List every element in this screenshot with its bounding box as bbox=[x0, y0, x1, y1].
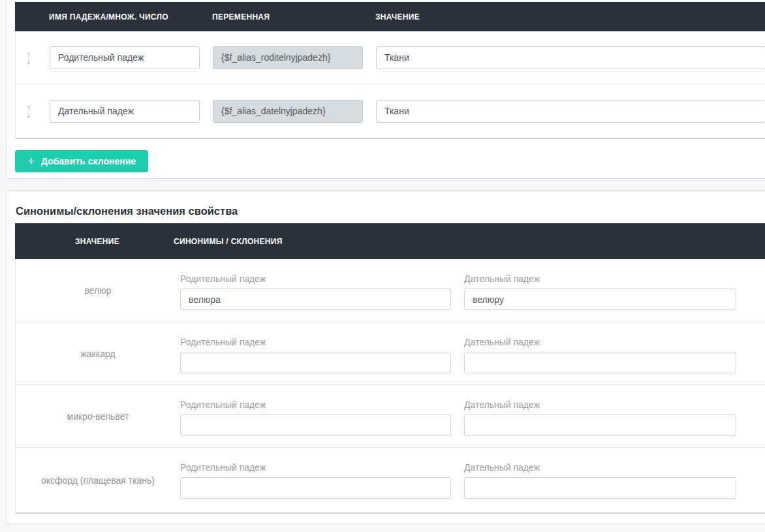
column-header-variable: ПЕРЕМЕННАЯ bbox=[212, 12, 362, 22]
arrow-down-icon: ↓ bbox=[27, 57, 31, 65]
case-input[interactable] bbox=[464, 415, 736, 436]
declensions-table-header: ИМЯ ПАДЕЖА/МНОЖ. ЧИСЛО ПЕРЕМЕННАЯ ЗНАЧЕН… bbox=[15, 2, 765, 31]
case-input[interactable] bbox=[180, 352, 451, 373]
case-field-group: Дательный падеж bbox=[464, 462, 736, 512]
synonyms-table-header: ЗНАЧЕНИЕ СИНОНИМЫ / СКЛОНЕНИЯ bbox=[15, 223, 765, 259]
case-field-group: Родительный падеж bbox=[180, 337, 451, 384]
case-input[interactable] bbox=[464, 289, 736, 310]
add-declension-label: Добавить склонение bbox=[41, 156, 136, 166]
case-input[interactable] bbox=[464, 477, 736, 499]
section-title: Синонимы/склонения значения свойства bbox=[16, 205, 765, 217]
case-input[interactable] bbox=[464, 352, 736, 373]
arrow-down-icon: ↓ bbox=[27, 111, 31, 118]
declension-row: ↑ ↓ bbox=[16, 84, 765, 138]
case-field-label: Родительный падеж bbox=[180, 337, 451, 347]
case-field-group: Родительный падеж bbox=[180, 462, 451, 512]
declensions-panel: ИМЯ ПАДЕЖА/МНОЖ. ЧИСЛО ПЕРЕМЕННАЯ ЗНАЧЕН… bbox=[6, 0, 765, 179]
variable-field[interactable] bbox=[213, 46, 363, 69]
synonym-row: жаккард Родительный падеж Дательный паде… bbox=[16, 322, 765, 384]
case-field-label: Дательный падеж bbox=[464, 399, 736, 410]
synonym-row: микро-вельвет Родительный падеж Дательны… bbox=[16, 384, 765, 447]
property-value-label: жаккард bbox=[16, 322, 180, 384]
value-input[interactable] bbox=[376, 100, 765, 123]
drag-handle[interactable]: ↑ ↓ bbox=[16, 50, 50, 65]
declension-row: ↑ ↓ bbox=[16, 31, 765, 84]
plus-icon: + bbox=[27, 155, 35, 167]
value-input[interactable] bbox=[376, 46, 765, 69]
property-value-label: велюр bbox=[16, 259, 180, 322]
synonym-row: оксфорд (плащевая ткань) Родительный пад… bbox=[16, 447, 765, 512]
column-header-case-name: ИМЯ ПАДЕЖА/МНОЖ. ЧИСЛО bbox=[49, 12, 199, 22]
case-input[interactable] bbox=[180, 289, 451, 310]
property-value-label: микро-вельвет bbox=[16, 385, 180, 447]
case-field-group: Дательный падеж bbox=[464, 399, 736, 447]
synonyms-panel: Синонимы/склонения значения свойства ЗНА… bbox=[6, 190, 765, 524]
declensions-table: ИМЯ ПАДЕЖА/МНОЖ. ЧИСЛО ПЕРЕМЕННАЯ ЗНАЧЕН… bbox=[15, 2, 765, 139]
case-field-group: Родительный падеж bbox=[180, 399, 451, 447]
column-header-synonyms: СИНОНИМЫ / СКЛОНЕНИЯ bbox=[174, 237, 283, 246]
case-field-label: Дательный падеж bbox=[464, 462, 736, 473]
case-field-label: Родительный падеж bbox=[180, 399, 451, 410]
case-field-label: Дательный падеж bbox=[464, 274, 736, 284]
case-input[interactable] bbox=[180, 415, 451, 436]
case-field-group: Дательный падеж bbox=[464, 337, 736, 384]
column-header-value: ЗНАЧЕНИЕ bbox=[15, 237, 180, 246]
case-name-input[interactable] bbox=[50, 100, 200, 123]
variable-field[interactable] bbox=[213, 100, 363, 123]
case-name-input[interactable] bbox=[50, 46, 200, 69]
column-header-value: ЗНАЧЕНИЕ bbox=[375, 12, 765, 22]
case-field-label: Родительный падеж bbox=[180, 274, 451, 284]
case-field-label: Дательный падеж bbox=[464, 337, 736, 347]
case-field-group: Родительный падеж bbox=[180, 274, 451, 322]
add-declension-button[interactable]: + Добавить склонение bbox=[15, 150, 148, 172]
case-field-label: Родительный падеж bbox=[180, 462, 451, 473]
case-field-group: Дательный падеж bbox=[464, 274, 736, 322]
synonyms-table: ЗНАЧЕНИЕ СИНОНИМЫ / СКЛОНЕНИЯ велюр Роди… bbox=[15, 223, 765, 514]
synonym-row: велюр Родительный падеж Дательный падеж bbox=[16, 259, 765, 322]
case-input[interactable] bbox=[180, 477, 451, 499]
drag-handle[interactable]: ↑ ↓ bbox=[16, 104, 50, 118]
property-value-label: оксфорд (плащевая ткань) bbox=[16, 448, 180, 512]
